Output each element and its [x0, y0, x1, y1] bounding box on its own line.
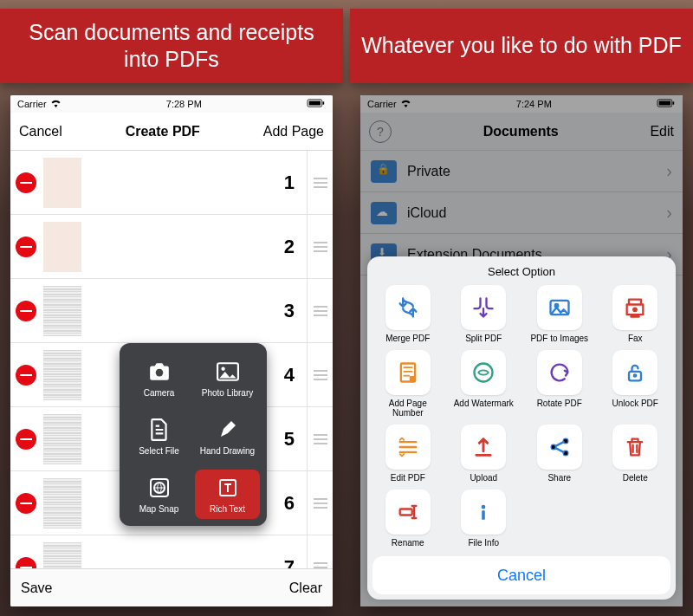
delete-icon[interactable]	[16, 301, 36, 321]
banner-left: Scan documents and receipts into PDFs	[0, 9, 343, 83]
svg-point-24	[483, 505, 486, 509]
option-icon	[537, 285, 582, 330]
text-icon	[215, 475, 241, 501]
option-split-pdf[interactable]: Split PDF	[449, 285, 520, 343]
delete-icon[interactable]	[16, 365, 36, 386]
popover-item-label: Camera	[144, 388, 175, 398]
option-label: File Info	[468, 538, 499, 548]
option-icon	[461, 490, 506, 535]
cancel-button[interactable]: Cancel	[19, 124, 62, 139]
svg-point-5	[221, 367, 224, 371]
option-edit-pdf[interactable]: Edit PDF	[372, 425, 444, 483]
option-merge-pdf[interactable]: Merge PDF	[372, 285, 444, 343]
page-thumbnail[interactable]	[43, 158, 81, 208]
option-delete[interactable]: Delete	[600, 425, 671, 483]
delete-icon[interactable]	[16, 172, 36, 193]
page-number: 1	[81, 172, 307, 194]
option-icon	[612, 285, 657, 330]
option-file-info[interactable]: File Info	[449, 490, 520, 548]
popover-item-hand-drawing[interactable]: Hand Drawing	[195, 412, 260, 461]
svg-point-3	[155, 369, 163, 377]
sheet-grid: Merge PDF Split PDF PDF to Images Fax Ad…	[372, 285, 670, 548]
option-label: Add Watermark	[454, 399, 514, 408]
option-unlock-pdf[interactable]: Unlock PDF	[600, 350, 671, 418]
option-add-page-number[interactable]: Add Page Number	[372, 350, 444, 418]
add-source-popover: Camera Photo Library Select File Hand Dr…	[120, 343, 267, 526]
drag-handle[interactable]	[307, 151, 333, 214]
option-label: PDF to Images	[530, 334, 588, 343]
option-rename[interactable]: Rename	[372, 490, 444, 548]
option-rotate-pdf[interactable]: Rotate PDF	[524, 350, 595, 418]
page-number: 2	[81, 236, 307, 258]
option-icon	[537, 350, 582, 395]
drag-handle[interactable]	[307, 279, 333, 342]
battery-icon	[307, 99, 326, 109]
page-thumbnail[interactable]	[43, 478, 81, 528]
save-button[interactable]: Save	[21, 580, 52, 596]
popover-item-camera[interactable]: Camera	[126, 353, 191, 403]
option-icon	[385, 285, 431, 330]
option-label: Split PDF	[465, 334, 502, 343]
action-sheet: Select Option Merge PDF Split PDF PDF to…	[367, 256, 676, 600]
clock-label: 7:28 PM	[166, 99, 202, 109]
popover-item-label: Rich Text	[210, 504, 245, 514]
option-label: Merge PDF	[385, 334, 430, 343]
page-thumbnail[interactable]	[43, 286, 81, 336]
page-thumbnail[interactable]	[43, 414, 81, 464]
banner-right: Whatever you like to do with PDF	[350, 9, 693, 83]
popover-item-map-snap[interactable]: Map Snap	[126, 470, 191, 519]
popover-item-select-file[interactable]: Select File	[126, 412, 191, 461]
page-row[interactable]: 2	[10, 215, 333, 279]
option-icon	[385, 490, 431, 535]
option-label: Share	[547, 473, 571, 483]
page-row[interactable]: 3	[10, 279, 333, 343]
camera-icon	[146, 359, 172, 385]
navbar: Cancel Create PDF Add Page	[10, 113, 333, 151]
option-label: Add Page Number	[372, 399, 444, 418]
option-icon	[612, 425, 657, 470]
option-icon	[385, 425, 431, 470]
globe-icon	[146, 475, 172, 501]
delete-icon[interactable]	[16, 429, 36, 450]
option-icon	[461, 350, 506, 395]
page-title: Create PDF	[126, 124, 200, 139]
option-icon	[461, 285, 506, 330]
option-label: Unlock PDF	[612, 399, 658, 408]
popover-item-rich-text[interactable]: Rich Text	[195, 470, 260, 519]
svg-rect-1	[309, 101, 321, 106]
popover-item-label: Map Snap	[139, 504, 179, 514]
delete-icon[interactable]	[16, 237, 36, 257]
drag-handle[interactable]	[307, 471, 333, 535]
add-page-button[interactable]: Add Page	[263, 124, 324, 139]
option-icon	[537, 425, 582, 470]
phone-create-pdf: Carrier 7:28 PM Cancel Create PDF Add Pa…	[10, 95, 333, 606]
svg-rect-2	[323, 101, 325, 104]
toolbar: Save Clear	[10, 568, 333, 606]
page-row[interactable]: 1	[10, 151, 333, 215]
svg-point-14	[633, 308, 638, 312]
option-icon	[612, 350, 657, 395]
drag-handle[interactable]	[307, 215, 333, 278]
drag-handle[interactable]	[307, 343, 333, 406]
phone-documents: Carrier 7:24 PM ? Documents Edit Private…	[360, 95, 683, 606]
pen-icon	[215, 417, 241, 443]
sheet-cancel-button[interactable]: Cancel	[372, 556, 670, 594]
option-label: Delete	[623, 473, 648, 483]
option-add-watermark[interactable]: Add Watermark	[449, 350, 520, 418]
option-share[interactable]: Share	[524, 425, 595, 483]
option-upload[interactable]: Upload	[449, 425, 520, 483]
image-icon	[215, 359, 241, 385]
page-thumbnail[interactable]	[43, 222, 81, 272]
page-thumbnail[interactable]	[43, 350, 81, 400]
clear-button[interactable]: Clear	[289, 580, 322, 596]
popover-item-label: Select File	[139, 446, 179, 456]
option-pdf-to-images[interactable]: PDF to Images	[524, 285, 595, 343]
option-icon	[461, 425, 506, 470]
popover-item-photo-library[interactable]: Photo Library	[195, 353, 260, 403]
status-bar: Carrier 7:28 PM	[10, 95, 333, 113]
drag-handle[interactable]	[307, 407, 333, 470]
wifi-icon	[50, 99, 62, 109]
svg-rect-23	[399, 509, 411, 515]
option-fax[interactable]: Fax	[600, 285, 671, 343]
delete-icon[interactable]	[16, 493, 36, 514]
